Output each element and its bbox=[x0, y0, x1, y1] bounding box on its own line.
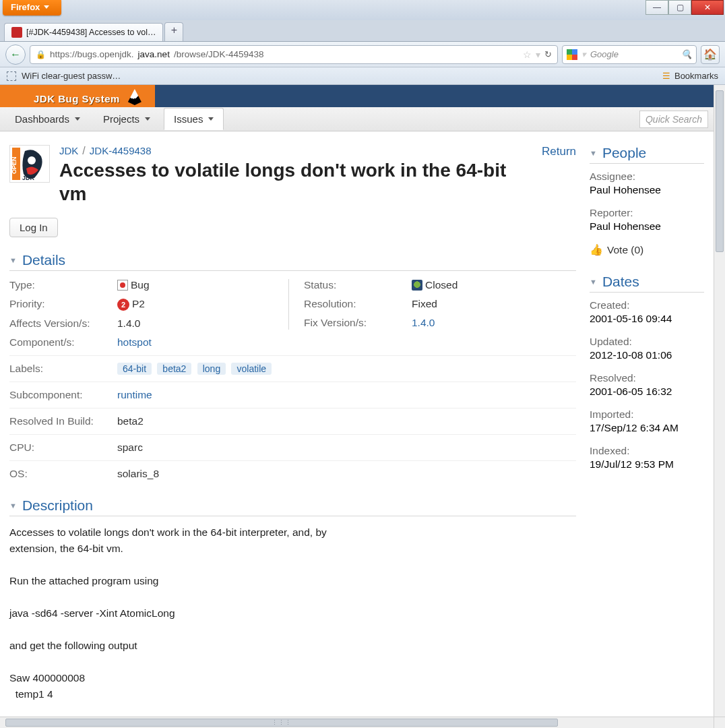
quick-search[interactable]: Quick Search bbox=[639, 111, 708, 128]
label-chip[interactable]: long bbox=[197, 363, 226, 375]
window-controls: — ▢ ✕ bbox=[645, 0, 724, 15]
vertical-scrollbar[interactable] bbox=[714, 85, 725, 717]
return-link[interactable]: Return bbox=[542, 145, 576, 158]
label-chip[interactable]: 64-bit bbox=[117, 363, 152, 375]
label-imported: Imported: bbox=[590, 408, 704, 421]
page-content: JDK Bug System Dashboards Projects Issue… bbox=[0, 85, 714, 717]
value-assignee: Paul Hohensee bbox=[590, 184, 704, 196]
bookmarks-toolbar: WiFi clear-guest passw… ☰ Bookmarks bbox=[0, 67, 725, 85]
chevron-down-icon bbox=[208, 117, 214, 121]
label-affects: Affects Version/s: bbox=[9, 317, 117, 330]
project-avatar: OPENJDK bbox=[9, 145, 50, 183]
label-chip[interactable]: volatile bbox=[231, 363, 272, 375]
label-labels: Labels: bbox=[9, 355, 117, 375]
value-fixver[interactable]: 1.4.0 bbox=[412, 317, 435, 328]
search-bar[interactable]: ▾ Google 🔍 bbox=[562, 45, 697, 64]
label-created: Created: bbox=[590, 299, 704, 311]
nav-issues[interactable]: Issues bbox=[164, 108, 224, 130]
label-assignee: Assignee: bbox=[590, 171, 704, 183]
bookmarks-menu[interactable]: Bookmarks bbox=[674, 71, 718, 81]
value-resolved-build: beta2 bbox=[117, 408, 576, 427]
nav-projects[interactable]: Projects bbox=[94, 109, 160, 129]
label-type: Type: bbox=[9, 279, 117, 291]
duke-icon bbox=[124, 85, 147, 107]
collapse-icon[interactable]: ▼ bbox=[9, 256, 17, 264]
bookmark-star-icon[interactable]: ☆ bbox=[523, 49, 532, 60]
nav-dashboards[interactable]: Dashboards bbox=[5, 109, 90, 129]
section-description: Description bbox=[22, 497, 93, 514]
scroll-thumb[interactable] bbox=[716, 90, 724, 252]
firefox-menu-button[interactable]: Firefox bbox=[3, 0, 61, 16]
svg-point-2 bbox=[28, 156, 36, 164]
thumbs-up-icon: 👍 bbox=[590, 243, 603, 256]
scroll-thumb[interactable]: ⋮⋮⋮ bbox=[5, 719, 558, 727]
value-type: Bug bbox=[117, 279, 282, 291]
new-tab-button[interactable]: + bbox=[164, 22, 183, 41]
close-button[interactable]: ✕ bbox=[691, 0, 724, 15]
horizontal-scrollbar[interactable]: ⋮⋮⋮ bbox=[0, 717, 714, 728]
bug-icon bbox=[117, 280, 128, 291]
tab-title: [#JDK-4459438] Accesses to vol… bbox=[26, 28, 156, 37]
label-chip[interactable]: beta2 bbox=[157, 363, 191, 375]
collapse-icon[interactable]: ▼ bbox=[590, 149, 597, 157]
value-os: solaris_8 bbox=[117, 460, 576, 480]
label-reporter: Reporter: bbox=[590, 207, 704, 219]
label-priority: Priority: bbox=[9, 298, 117, 311]
vote-link[interactable]: Vote (0) bbox=[607, 244, 643, 256]
value-resolved: 2001-06-05 16:32 bbox=[590, 386, 704, 398]
minimize-button[interactable]: — bbox=[645, 0, 668, 15]
home-button[interactable]: 🏠 bbox=[701, 45, 720, 64]
label-cpu: CPU: bbox=[9, 434, 117, 454]
favicon bbox=[11, 27, 22, 38]
bookmark-item[interactable]: WiFi clear-guest passw… bbox=[22, 71, 121, 81]
url-host: java.net bbox=[138, 49, 170, 59]
search-placeholder: Google bbox=[590, 49, 619, 59]
reload-icon[interactable]: ↻ bbox=[544, 49, 552, 59]
back-button[interactable]: ← bbox=[5, 44, 26, 65]
label-subcomponent: Subcomponent: bbox=[9, 382, 117, 401]
label-fixver: Fix Version/s: bbox=[304, 317, 412, 329]
maximize-button[interactable]: ▢ bbox=[668, 0, 691, 15]
lock-icon: 🔒 bbox=[36, 50, 46, 59]
section-dates: Dates bbox=[602, 274, 639, 290]
value-labels: 64-bit beta2 long volatile bbox=[117, 355, 576, 375]
project-link[interactable]: JDK bbox=[59, 145, 78, 156]
label-updated: Updated: bbox=[590, 336, 704, 348]
app-header: JDK Bug System bbox=[0, 85, 714, 107]
app-logo-text: JDK Bug System bbox=[34, 93, 120, 107]
issue-summary: Accesses to volatile longs don't work in… bbox=[59, 158, 532, 206]
svg-text:OPEN: OPEN bbox=[11, 156, 18, 174]
value-cpu: sparc bbox=[117, 434, 576, 454]
nav-toolbar: ← 🔒 https://bugs.openjdk.java.net/browse… bbox=[0, 42, 725, 67]
value-component[interactable]: hotspot bbox=[117, 336, 152, 348]
value-status: Closed bbox=[412, 279, 576, 291]
label-os: OS: bbox=[9, 460, 117, 480]
priority-icon: 2 bbox=[117, 299, 129, 311]
collapse-icon[interactable]: ▼ bbox=[590, 278, 597, 286]
url-bar[interactable]: 🔒 https://bugs.openjdk.java.net/browse/J… bbox=[30, 45, 558, 64]
breadcrumb: JDK/JDK-4459438 bbox=[59, 145, 532, 157]
status-icon bbox=[412, 280, 422, 291]
label-resolution: Resolution: bbox=[304, 298, 412, 310]
google-icon bbox=[567, 49, 577, 60]
value-affects: 1.4.0 bbox=[117, 317, 282, 330]
browser-tab[interactable]: [#JDK-4459438] Accesses to vol… bbox=[4, 23, 163, 41]
section-details: Details bbox=[22, 252, 65, 268]
search-icon[interactable]: 🔍 bbox=[681, 49, 692, 59]
section-people: People bbox=[602, 145, 646, 161]
value-priority: 2P2 bbox=[117, 298, 282, 311]
app-nav: Dashboards Projects Issues Quick Search bbox=[0, 107, 714, 131]
label-resolved: Resolved: bbox=[590, 372, 704, 384]
placeholder-icon bbox=[7, 71, 16, 81]
bookmarks-icon: ☰ bbox=[662, 71, 670, 81]
value-resolution: Fixed bbox=[412, 298, 576, 310]
viewport: JDK Bug System Dashboards Projects Issue… bbox=[0, 85, 725, 728]
label-component: Component/s: bbox=[9, 336, 117, 348]
value-subcomponent[interactable]: runtime bbox=[117, 389, 152, 400]
description-body: Accesses to volatile longs don't work in… bbox=[9, 524, 576, 702]
issue-key-link[interactable]: JDK-4459438 bbox=[90, 145, 152, 156]
collapse-icon[interactable]: ▼ bbox=[9, 502, 17, 510]
value-indexed: 19/Jul/12 9:53 PM bbox=[590, 458, 704, 471]
separator: ▾ bbox=[536, 49, 540, 60]
login-button[interactable]: Log In bbox=[9, 218, 58, 237]
